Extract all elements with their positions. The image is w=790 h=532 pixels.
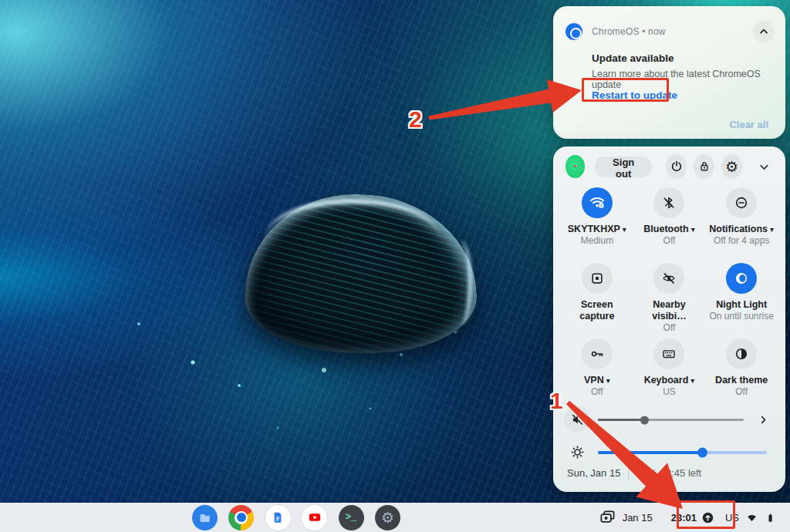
volume-knob[interactable] bbox=[640, 416, 649, 424]
quick-settings-panel: Sign out ⚙ bbox=[553, 146, 785, 492]
tile-dark-theme-label: Dark theme bbox=[715, 375, 768, 386]
quick-settings-tiles: SKYTKHXP Medium Bluetooth Off bbox=[561, 185, 778, 412]
tile-network-label: SKYTKHXP bbox=[568, 224, 620, 234]
wifi-lock-icon bbox=[582, 187, 613, 218]
tile-bluetooth-label: Bluetooth bbox=[643, 224, 688, 234]
avatar-graphic bbox=[569, 160, 582, 173]
google-docs-app-icon bbox=[265, 505, 291, 530]
chromeos-desktop: ChromeOS • now Update available Learn mo… bbox=[0, 0, 790, 532]
collapse-quick-settings-button[interactable] bbox=[754, 154, 775, 179]
app-youtube[interactable] bbox=[302, 504, 328, 530]
sign-out-button[interactable]: Sign out bbox=[595, 157, 652, 177]
tray-date[interactable]: Jan 15 bbox=[623, 512, 653, 524]
notification-meta: ChromeOS • now bbox=[592, 26, 666, 37]
tile-bluetooth[interactable]: Bluetooth Off bbox=[633, 185, 706, 261]
volume-track bbox=[598, 419, 744, 421]
bluetooth-off-icon bbox=[653, 187, 684, 218]
shelf: >_ ⚙ Jan 15 23:01 bbox=[0, 503, 790, 532]
notification-title: Update available bbox=[592, 52, 674, 64]
brightness-slider[interactable] bbox=[598, 446, 767, 457]
terminal-app-icon: >_ bbox=[339, 505, 364, 530]
lock-icon bbox=[697, 160, 711, 173]
mute-button[interactable] bbox=[564, 406, 590, 433]
tile-dark-theme[interactable]: Dark theme Off bbox=[705, 336, 778, 412]
app-terminal[interactable]: >_ bbox=[338, 504, 364, 530]
footer-divider bbox=[628, 468, 629, 479]
app-google-docs[interactable] bbox=[265, 504, 291, 530]
update-available-icon bbox=[701, 511, 714, 524]
notification-panel: ChromeOS • now Update available Learn mo… bbox=[553, 6, 785, 139]
tray-clock-group[interactable]: 23:01 bbox=[667, 511, 719, 524]
tile-night-light-label: Night Light bbox=[716, 299, 767, 310]
input-method-indicator[interactable]: US bbox=[725, 512, 739, 524]
chrome-app-icon bbox=[228, 505, 254, 530]
dropdown-caret bbox=[604, 375, 610, 386]
tile-notifications-label: Notifications bbox=[709, 224, 768, 234]
audio-settings-button[interactable] bbox=[751, 408, 775, 431]
tile-nearby-visibility[interactable]: Nearby visibi… Off bbox=[633, 261, 706, 336]
tile-screen-capture[interactable]: Screen capture bbox=[561, 261, 633, 336]
screen-capture-icon bbox=[582, 263, 613, 294]
gear-icon: ⚙ bbox=[381, 510, 394, 525]
brightness-row bbox=[564, 439, 775, 464]
tile-vpn-label: VPN bbox=[584, 375, 604, 386]
tile-screen-capture-label: Screen capture bbox=[579, 299, 614, 322]
shelf-apps: >_ ⚙ bbox=[191, 504, 401, 530]
battery-status[interactable]: 68% - 2:45 left bbox=[636, 467, 701, 479]
tile-dark-theme-sublabel: Off bbox=[735, 386, 748, 398]
tray-time: 23:01 bbox=[671, 512, 697, 524]
tile-night-light[interactable]: Night Light On until sunrise bbox=[705, 261, 778, 336]
vpn-key-icon bbox=[582, 338, 613, 369]
night-light-icon bbox=[726, 263, 757, 294]
app-settings[interactable]: ⚙ bbox=[375, 504, 401, 530]
tile-keyboard-sublabel: US bbox=[663, 386, 676, 398]
volume-row bbox=[564, 406, 775, 433]
tile-bluetooth-sublabel: Off bbox=[663, 235, 676, 247]
files-app-icon bbox=[192, 505, 218, 530]
user-avatar[interactable] bbox=[565, 155, 585, 178]
chevron-down-icon bbox=[758, 160, 771, 173]
tile-notifications[interactable]: Notifications Off for 4 apps bbox=[705, 185, 778, 261]
tile-keyboard-label: Keyboard bbox=[644, 375, 689, 386]
chevron-right-icon bbox=[757, 413, 770, 426]
date-label[interactable]: Sun, Jan 15 bbox=[567, 467, 620, 479]
volume-muted-icon bbox=[570, 412, 585, 427]
visibility-off-icon bbox=[653, 263, 684, 294]
quick-settings-footer: Sun, Jan 15 68% - 2:45 left bbox=[567, 467, 701, 479]
brightness-knob[interactable] bbox=[697, 448, 707, 458]
system-tray[interactable]: Jan 15 23:01 US bbox=[592, 504, 782, 530]
chromeos-logo-icon bbox=[565, 23, 582, 40]
volume-fill bbox=[598, 419, 644, 421]
notification-body: Learn more about the latest ChromeOS upd… bbox=[592, 69, 785, 90]
dropdown-caret bbox=[768, 224, 774, 234]
quick-settings-header: Sign out ⚙ bbox=[565, 154, 775, 179]
volume-slider[interactable] bbox=[598, 414, 744, 425]
lock-button[interactable] bbox=[694, 154, 714, 179]
tile-network[interactable]: SKYTKHXP Medium bbox=[561, 185, 633, 261]
wifi-status-icon bbox=[745, 511, 758, 524]
brightness-fill bbox=[598, 451, 703, 454]
tile-vpn-sublabel: Off bbox=[591, 386, 603, 398]
app-chrome[interactable] bbox=[228, 504, 255, 530]
app-files[interactable] bbox=[191, 504, 218, 530]
keyboard-icon bbox=[653, 338, 684, 369]
settings-button[interactable]: ⚙ bbox=[721, 154, 742, 179]
restart-to-update-button[interactable]: Restart to update bbox=[592, 89, 677, 101]
notification-header: ChromeOS • now bbox=[565, 22, 775, 42]
tile-night-light-sublabel: On until sunrise bbox=[709, 311, 773, 322]
tile-vpn[interactable]: VPN Off bbox=[561, 336, 633, 412]
tile-nearby-visibility-label: Nearby visibi… bbox=[652, 299, 686, 322]
collapse-notification-button[interactable] bbox=[753, 21, 775, 42]
youtube-app-icon bbox=[302, 505, 327, 530]
clear-all-button[interactable]: Clear all bbox=[729, 119, 768, 130]
power-button[interactable] bbox=[666, 154, 687, 179]
power-icon bbox=[670, 160, 684, 173]
terminal-prompt-glyph: >_ bbox=[346, 512, 356, 523]
dropdown-caret bbox=[688, 375, 694, 386]
settings-app-icon: ⚙ bbox=[375, 505, 400, 530]
chevron-up-icon bbox=[758, 25, 770, 38]
screen-mirror-icon[interactable] bbox=[599, 509, 616, 527]
brightness-track bbox=[598, 451, 767, 454]
dark-theme-icon bbox=[726, 338, 757, 369]
tile-keyboard[interactable]: Keyboard US bbox=[633, 336, 706, 412]
